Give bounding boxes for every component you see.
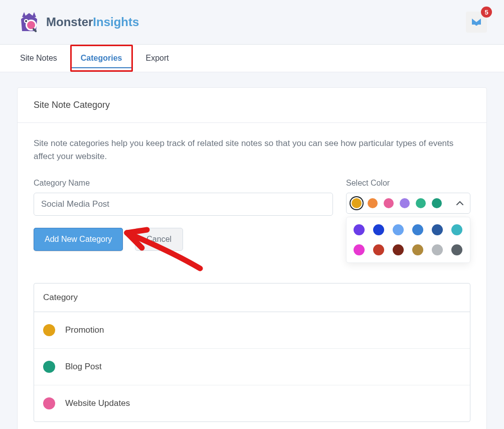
color-swatch-yellow[interactable] [352, 198, 362, 208]
category-card: Site Note Category Site note categories … [17, 87, 487, 429]
category-name-label: Category Name [34, 179, 333, 188]
button-row: Add New Category Cancel [34, 228, 333, 251]
svg-point-6 [25, 20, 27, 22]
svg-point-3 [27, 21, 35, 29]
grid-swatch-blue[interactable] [412, 224, 423, 235]
card-header: Site Note Category [18, 88, 486, 123]
card-body: Site note categories help you keep track… [18, 123, 486, 429]
color-swatch-teal[interactable] [432, 198, 442, 208]
grid-swatch-light-gray[interactable] [432, 244, 443, 255]
grid-swatch-cyan[interactable] [451, 224, 462, 235]
tab-categories[interactable]: Categories [70, 45, 133, 72]
logo: MonsterInsights [17, 10, 139, 34]
notification-badge: 5 [481, 7, 492, 18]
tab-export[interactable]: Export [143, 45, 172, 72]
form-left: Category Name Add New Category Cancel [34, 179, 333, 251]
grid-swatch-royal-blue[interactable] [373, 224, 384, 235]
color-picker [346, 193, 470, 214]
grid-swatch-navy[interactable] [432, 224, 443, 235]
svg-marker-1 [32, 12, 36, 17]
color-row [352, 198, 465, 208]
color-swatch-pink[interactable] [384, 198, 394, 208]
grid-swatch-light-blue[interactable] [393, 224, 404, 235]
table-row[interactable]: Website Updates [34, 385, 470, 421]
category-table: Category Promotion Blog Post Website Upd… [34, 283, 470, 422]
grid-swatch-maroon[interactable] [393, 244, 404, 255]
row-label: Blog Post [65, 362, 102, 372]
grid-swatch-purple[interactable] [354, 224, 365, 235]
cancel-button[interactable]: Cancel [135, 228, 183, 251]
logo-text-light: Insights [93, 15, 139, 29]
svg-marker-0 [22, 12, 26, 17]
row-label: Promotion [65, 325, 104, 335]
logo-text-dark: Monster [46, 15, 93, 29]
monster-logo-icon [17, 10, 41, 34]
app-header: MonsterInsights 5 [0, 0, 504, 45]
row-color-dot [43, 397, 55, 409]
form-right: Select Color [346, 179, 470, 263]
tab-site-notes[interactable]: Site Notes [17, 45, 60, 72]
grid-swatch-olive[interactable] [412, 244, 423, 255]
form-row: Category Name Add New Category Cancel Se… [34, 179, 470, 263]
table-row[interactable]: Blog Post [34, 349, 470, 385]
chevron-up-icon[interactable] [455, 201, 465, 206]
row-color-dot [43, 361, 55, 373]
table-row[interactable]: Promotion [34, 312, 470, 349]
row-label: Website Updates [65, 398, 130, 408]
logo-text: MonsterInsights [46, 15, 139, 29]
select-color-label: Select Color [346, 179, 470, 188]
table-header: Category [34, 283, 470, 312]
color-dropdown [346, 217, 470, 263]
color-swatch-lavender[interactable] [400, 198, 410, 208]
row-color-dot [43, 324, 55, 336]
grid-swatch-dark-gray[interactable] [451, 244, 462, 255]
tab-bar: Site Notes Categories Export [0, 45, 504, 72]
card-title: Site Note Category [34, 100, 470, 110]
color-swatch-orange[interactable] [368, 198, 378, 208]
content-area: Site Note Category Site note categories … [0, 72, 504, 429]
grid-swatch-red[interactable] [373, 244, 384, 255]
grid-swatch-magenta[interactable] [354, 244, 365, 255]
inbox-button[interactable]: 5 [466, 12, 487, 33]
add-category-button[interactable]: Add New Category [34, 228, 123, 251]
category-name-input[interactable] [34, 193, 333, 216]
color-swatch-green[interactable] [416, 198, 426, 208]
card-description: Site note categories help you keep track… [34, 137, 470, 164]
inbox-icon [471, 18, 482, 27]
color-grid [354, 224, 463, 255]
